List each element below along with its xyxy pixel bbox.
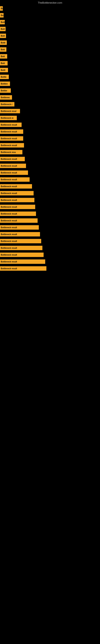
bar-21: Bottleneck resu: [0, 150, 22, 154]
bar-item: Bottlen: [0, 80, 100, 87]
bar-label-23: Bottleneck result: [1, 165, 17, 167]
bar-item: Bottleneck result: [0, 162, 100, 169]
bar-label-15: Bottleneck resul: [1, 110, 16, 112]
bar-item: Bottleneck result: [0, 156, 100, 162]
bar-label-13: Bottlenec: [1, 96, 10, 98]
bar-item: Bottlenec: [0, 94, 100, 101]
bar-label-30: Bottleneck result: [1, 213, 17, 215]
bar-item: Bottleneck result: [0, 190, 100, 196]
bar-item: Bo: [0, 5, 100, 12]
bar-20: Bottleneck result: [0, 143, 24, 148]
bar-1: Bo: [0, 13, 3, 18]
bar-28: Bottleneck result: [0, 198, 34, 202]
bar-33: Bottleneck result: [0, 232, 40, 236]
bar-label-11: Bottlen: [1, 83, 8, 85]
bar-label-19: Bottleneck result: [1, 138, 17, 140]
bar-label-32: Bottleneck result: [1, 226, 17, 228]
bar-item: Bottleneck result: [0, 244, 100, 251]
bar-label-31: Bottleneck result: [1, 220, 17, 222]
bar-item: Bottl: [0, 39, 100, 46]
bar-36: Bottleneck result: [0, 252, 44, 257]
bar-label-9: Bottl: [1, 69, 5, 71]
bar-item: Bottleneck result: [0, 183, 100, 190]
bar-17: Bottleneck result: [0, 122, 22, 127]
bar-item: Bott: [0, 26, 100, 32]
bar-label-8: Bott: [1, 62, 5, 64]
bar-item: Bottleneck result: [0, 204, 100, 210]
bar-3: Bott: [0, 27, 6, 31]
bar-0: Bo: [0, 6, 3, 11]
site-title: TheBottlenecker.com: [0, 0, 100, 5]
bar-29: Bottleneck result: [0, 205, 35, 209]
bar-label-29: Bottleneck result: [1, 206, 17, 208]
bar-label-1: Bo: [1, 14, 3, 16]
bar-4: Bott: [0, 34, 6, 38]
bar-18: Bottleneck result: [0, 130, 23, 134]
bar-label-2: Bott: [1, 21, 5, 23]
bar-12: Bottler: [0, 88, 11, 93]
bar-35: Bottleneck result: [0, 246, 42, 250]
bar-label-35: Bottleneck result: [1, 247, 17, 249]
bar-item: Bottleneck result: [0, 224, 100, 231]
bar-item: Bottleneck result: [0, 231, 100, 238]
bar-item: Bo: [0, 12, 100, 19]
bar-label-3: Bott: [1, 28, 5, 30]
bar-label-5: Bottl: [1, 42, 5, 44]
bar-label-34: Bottleneck result: [1, 240, 17, 242]
bar-13: Bottlenec: [0, 95, 12, 100]
bar-24: Bottleneck result: [0, 170, 28, 175]
bar-label-37: Bottleneck result: [1, 260, 17, 263]
bar-item: Bottleneck result: [0, 217, 100, 224]
bar-label-22: Bottleneck result: [1, 158, 17, 160]
bar-label-21: Bottleneck resu: [1, 151, 16, 153]
bar-6: Bott: [0, 47, 6, 52]
bar-label-36: Bottleneck result: [1, 254, 17, 256]
bar-26: Bottleneck result: [0, 184, 32, 188]
bar-2: Bott: [0, 20, 5, 24]
bar-15: Bottleneck resul: [0, 109, 20, 113]
bar-label-4: Bott: [1, 35, 5, 37]
bar-label-24: Bottleneck result: [1, 172, 17, 174]
bar-label-18: Bottleneck result: [1, 130, 17, 133]
bar-37: Bottleneck result: [0, 260, 45, 264]
bar-item: Bottleneck result: [0, 251, 100, 258]
bar-label-17: Bottleneck result: [1, 124, 17, 126]
bar-item: Bottleneck re: [0, 114, 100, 121]
bar-25: Bottleneck result: [0, 177, 30, 182]
bar-item: Bottleneck result: [0, 121, 100, 128]
bar-11: Bottlen: [0, 82, 10, 86]
bar-19: Bottleneck result: [0, 136, 23, 141]
bar-item: Bottl: [0, 66, 100, 74]
bar-label-6: Bott: [1, 48, 5, 51]
bar-7: Bott: [0, 54, 7, 58]
bar-8: Bott: [0, 61, 8, 66]
bar-item: Bottleneck result: [0, 258, 100, 265]
bar-32: Bottleneck result: [0, 225, 39, 230]
bar-item: Bottleneck result: [0, 265, 100, 272]
bar-item: Bottleneck resu: [0, 149, 100, 156]
bar-34: Bottleneck result: [0, 239, 41, 243]
bar-label-26: Bottleneck result: [1, 185, 17, 188]
bar-item: Bottleneck result: [0, 176, 100, 183]
bar-label-27: Bottleneck result: [1, 192, 17, 194]
bar-item: Bott: [0, 60, 100, 66]
bar-item: Bottleneck result: [0, 210, 100, 217]
bar-10: Bottle: [0, 75, 9, 79]
bar-label-0: Bo: [1, 8, 3, 10]
bar-label-10: Bottle: [1, 76, 6, 78]
bar-label-7: Bott: [1, 55, 5, 58]
bars-container: BoBoBottBottBottBottlBottBottBottBottlBo…: [0, 5, 100, 272]
bar-30: Bottleneck result: [0, 212, 36, 216]
bar-item: Bottleneck result: [0, 128, 100, 135]
bar-22: Bottleneck result: [0, 157, 25, 161]
bar-item: Bottleneck r: [0, 101, 100, 108]
bar-label-25: Bottleneck result: [1, 178, 17, 181]
bar-item: Bottleneck result: [0, 196, 100, 204]
bar-item: Bottleneck result: [0, 238, 100, 244]
bar-item: Bott: [0, 46, 100, 53]
bar-label-28: Bottleneck result: [1, 199, 17, 201]
bar-item: Bottle: [0, 74, 100, 80]
bar-label-12: Bottler: [1, 90, 7, 92]
bar-item: Bott: [0, 19, 100, 26]
bar-31: Bottleneck result: [0, 218, 38, 223]
